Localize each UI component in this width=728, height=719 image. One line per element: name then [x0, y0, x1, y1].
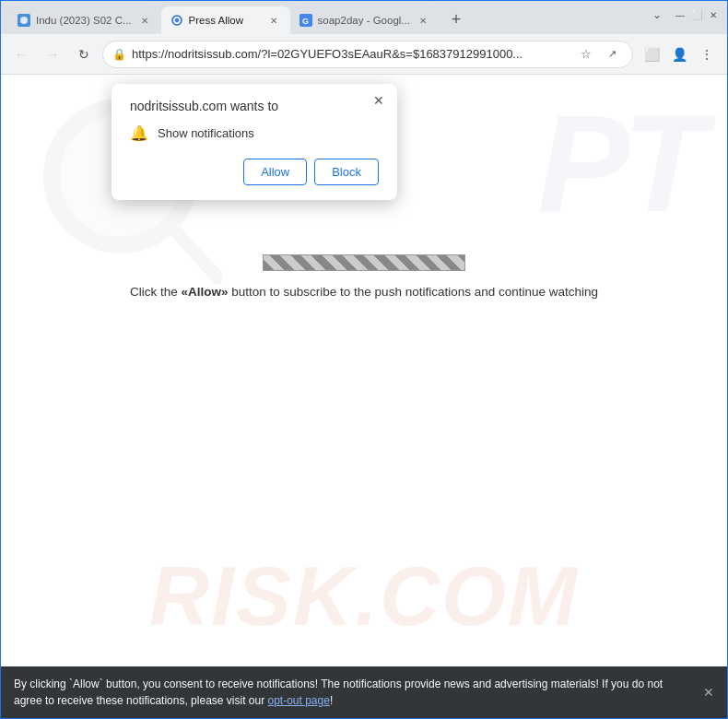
tab-close-press-allow[interactable]: ✕ [266, 13, 281, 28]
page-content: PT Click the «Allow» button to subscribe… [1, 75, 727, 718]
lock-icon: 🔒 [112, 48, 126, 61]
svg-point-0 [20, 17, 28, 24]
opt-out-link[interactable]: opt-out page [267, 694, 329, 707]
pt-watermark-text: PT [537, 84, 699, 243]
address-bar[interactable]: 🔒 https://nodritsissub.com/?l=02GYUEFO3s… [102, 41, 633, 68]
tab-title-indu: Indu (2023) S02 C... [36, 15, 132, 26]
reload-button[interactable]: ↻ [71, 41, 97, 67]
tab-favicon-indu [18, 14, 30, 27]
nav-extra: ⬜ 👤 ⋮ [639, 41, 720, 67]
popup-permission: 🔔 Show notifications [130, 124, 379, 142]
tab-soap2day[interactable]: G soap2day - Googl... ✕ [290, 6, 440, 34]
tab-press-allow[interactable]: Press Allow ✕ [161, 6, 290, 34]
tab-search-button[interactable]: ⌄ [644, 2, 670, 28]
menu-button[interactable]: ⋮ [694, 41, 720, 67]
svg-point-2 [175, 18, 179, 22]
bottom-bar-text-end: ! [330, 694, 333, 707]
bottom-bar-text-before: By clicking `Allow` button, you consent … [14, 678, 663, 707]
forward-button[interactable]: → [40, 41, 65, 67]
share-button[interactable]: ↗ [601, 43, 623, 65]
tab-close-indu[interactable]: ✕ [137, 13, 152, 28]
tab-title-soap2day: soap2day - Googl... [318, 15, 410, 26]
page-body-text: Click the «Allow» button to subscribe to… [1, 285, 727, 299]
profile-button[interactable]: 👤 [666, 41, 692, 67]
minimize-button[interactable] [674, 8, 687, 21]
restore-button[interactable] [690, 8, 703, 21]
browser-window: Indu (2023) S02 C... ✕ Press Allow ✕ [0, 0, 728, 719]
close-button[interactable] [707, 8, 720, 21]
tab-title-press-allow: Press Allow [189, 15, 261, 26]
popup-permission-text: Show notifications [158, 126, 254, 140]
tab-favicon-google: G [299, 14, 312, 27]
svg-line-5 [174, 230, 217, 277]
address-actions: ☆ ↗ [575, 43, 623, 65]
notification-popup: ✕ nodritsissub.com wants to 🔔 Show notif… [112, 84, 397, 200]
popup-close-button[interactable]: ✕ [370, 91, 388, 110]
tab-indu[interactable]: Indu (2023) S02 C... ✕ [8, 6, 161, 34]
block-button[interactable]: Block [314, 159, 379, 185]
title-bar: Indu (2023) S02 C... ✕ Press Allow ✕ [1, 1, 727, 34]
progress-bar-area [263, 254, 465, 271]
popup-buttons: Allow Block [130, 159, 379, 185]
extensions-button[interactable]: ⬜ [639, 41, 664, 67]
new-tab-button[interactable]: + [443, 6, 469, 32]
back-button[interactable]: ← [8, 41, 34, 67]
bottom-consent-bar: By clicking `Allow` button, you consent … [1, 666, 727, 718]
bell-icon: 🔔 [130, 124, 148, 142]
nav-bar: ← → ↻ 🔒 https://nodritsissub.com/?l=02GY… [1, 34, 727, 75]
allow-button[interactable]: Allow [243, 159, 307, 185]
bookmark-button[interactable]: ☆ [575, 43, 597, 65]
svg-text:G: G [302, 17, 309, 25]
address-text: https://nodritsissub.com/?l=02GYUEFO3sEA… [132, 47, 569, 61]
tab-favicon-press [170, 14, 183, 27]
progress-bar [263, 254, 465, 271]
tab-close-soap2day[interactable]: ✕ [416, 13, 430, 28]
bottom-bar-close-button[interactable]: ✕ [699, 683, 718, 701]
tabs-area: Indu (2023) S02 C... ✕ Press Allow ✕ [8, 1, 637, 34]
risk-watermark: RISK.COM [1, 549, 727, 644]
window-controls: ⌄ [644, 2, 720, 33]
popup-title: nodritsissub.com wants to [130, 99, 379, 113]
